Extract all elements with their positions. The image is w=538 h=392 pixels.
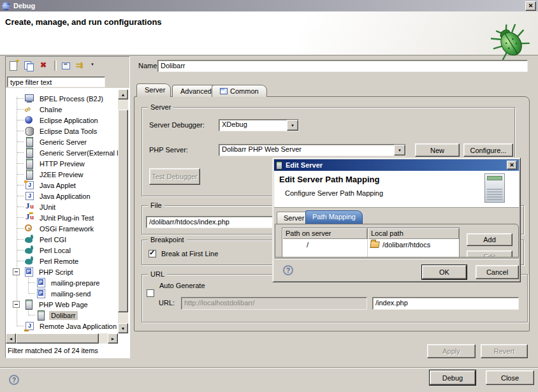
scroll-down-icon[interactable]: ▼	[118, 323, 128, 333]
junit-icon	[24, 202, 35, 212]
ok-button[interactable]: OK	[422, 265, 467, 279]
dialog-button-bar: ? OK Cancel	[274, 258, 519, 282]
php-web-page-icon	[36, 310, 47, 320]
url-base-input: http://localhostdolibarr/	[181, 297, 367, 310]
window-close-button[interactable]: ✕	[525, 1, 536, 11]
filter-status: Filter matched 24 of 24 items	[8, 347, 98, 354]
configure-server-button[interactable]: Configure...	[463, 143, 513, 157]
folder-icon	[370, 242, 379, 248]
database-icon	[24, 126, 35, 136]
php-script-icon	[24, 267, 34, 277]
tree-item-mailing-prepare[interactable]: mailing-prepare	[6, 277, 118, 288]
server-debugger-combo[interactable]: XDebug ▼	[219, 119, 299, 131]
collapse-all-icon[interactable]	[60, 60, 73, 71]
auto-generate-checkbox[interactable]	[147, 289, 154, 297]
dialog-subheading: Configure Server Path Mapping	[285, 189, 383, 197]
collapse-expander-icon[interactable]	[13, 301, 20, 308]
dialog-help-icon[interactable]: ?	[283, 265, 293, 275]
server-icon	[24, 148, 35, 157]
php-script-icon	[36, 289, 47, 298]
dialog-close-button[interactable]: ✕	[507, 161, 517, 170]
scroll-left-icon[interactable]: ◄	[6, 333, 16, 344]
scroll-right-icon[interactable]: ►	[108, 333, 118, 344]
close-button[interactable]: Close	[486, 370, 534, 385]
edit-server-dialog: Edit Server ✕ Edit Server Path Mapping C…	[272, 157, 521, 282]
tree-item-mailing-send[interactable]: mailing-send	[6, 288, 118, 299]
tree-item-generic-server[interactable]: Generic Server	[6, 136, 118, 147]
table-icon	[220, 88, 228, 94]
perl-camel-icon	[24, 245, 35, 255]
java-applet-icon	[24, 180, 35, 190]
tree-item-perl-remote[interactable]: Perl Remote	[6, 256, 118, 266]
url-label: URL:	[159, 299, 175, 307]
osgi-target-icon	[24, 224, 35, 233]
tree-vscroll-thumb[interactable]	[118, 110, 128, 312]
dialog-heading: Edit Server Path Mapping	[279, 175, 379, 184]
column-path-on-server[interactable]: Path on server	[282, 228, 368, 239]
tree-hscroll-thumb[interactable]	[16, 333, 99, 344]
help-icon[interactable]: ?	[9, 375, 19, 385]
break-first-line-label: Break at First Line	[161, 250, 218, 258]
debug-configurations-window: Debug ✕ Create, manage, and run configur…	[0, 0, 538, 392]
new-configuration-icon[interactable]	[8, 60, 20, 71]
tree-item-remote-java-application[interactable]: Remote Java Application	[6, 321, 118, 331]
filter-launch-configurations-icon[interactable]	[75, 60, 88, 71]
tree-item-eclipse-application[interactable]: Eclipse Application	[6, 115, 118, 126]
chevron-down-icon[interactable]: ▼	[394, 145, 405, 156]
tree-item-dolibarr[interactable]: Dolibarr	[6, 310, 118, 321]
delete-configuration-icon[interactable]	[38, 60, 51, 71]
tree-item-junit[interactable]: JUnit	[6, 201, 118, 212]
chevron-down-icon[interactable]: ▼	[287, 120, 298, 131]
perl-camel-icon	[24, 256, 35, 266]
dialog-tab-path-mapping[interactable]: Path Mapping	[305, 210, 363, 224]
tree-item-junit-plugin-test[interactable]: JUnit Plug-in Test	[6, 212, 118, 223]
table-row-empty	[282, 250, 459, 258]
tab-common[interactable]: Common	[212, 85, 267, 97]
php-web-page-icon	[24, 300, 34, 309]
test-debugger-button: Test Debugger	[149, 168, 200, 185]
table-row[interactable]: / /dolibarr/htdocs	[282, 239, 459, 250]
breakpoint-group-legend: Breakpoint	[148, 236, 187, 243]
url-suffix-input[interactable]: /index.php	[372, 297, 519, 310]
new-server-button[interactable]: New	[415, 143, 460, 157]
column-local-path[interactable]: Local path	[368, 228, 459, 239]
edit-mapping-button: Edit	[467, 250, 513, 258]
duplicate-configuration-icon[interactable]	[23, 60, 36, 71]
add-mapping-button[interactable]: Add	[467, 233, 513, 246]
tab-server[interactable]: Server	[136, 83, 171, 97]
eclipse-sphere-icon	[24, 115, 35, 125]
cancel-button[interactable]: Cancel	[476, 265, 519, 279]
toolbar-menu-caret-icon[interactable]	[88, 60, 101, 71]
server-debugger-label: Server Debugger:	[149, 121, 205, 129]
tree-item-generic-server-external[interactable]: Generic Server(External La	[6, 147, 118, 158]
tree-item-perl-cgi[interactable]: Perl CGI	[6, 234, 118, 245]
bug-icon	[491, 24, 530, 61]
footer-separator	[0, 367, 538, 368]
tree-item-http-preview[interactable]: HTTP Preview	[6, 158, 118, 169]
break-first-line-checkbox[interactable]	[149, 250, 156, 258]
tree-item-java-applet[interactable]: Java Applet	[6, 180, 118, 191]
apply-button: Apply	[427, 344, 476, 358]
tree-item-php-web-page[interactable]: PHP Web Page	[6, 299, 118, 310]
revert-button: Revert	[481, 344, 528, 358]
sidebar-toolbar	[8, 60, 101, 71]
tree-item-eclipse-data-tools[interactable]: Eclipse Data Tools	[6, 126, 118, 136]
tree-item-java-application[interactable]: Java Application	[6, 191, 118, 201]
header-text: Create, manage, and run configurations	[5, 17, 162, 27]
tree-item-php-script[interactable]: PHP Script	[6, 266, 118, 277]
name-input[interactable]: Dolibarr	[157, 60, 528, 72]
debug-button[interactable]: Debug	[430, 370, 476, 385]
java-application-icon	[24, 191, 35, 201]
tree-item-osgi-framework[interactable]: OSGi Framework	[6, 223, 118, 234]
tree-item-j2ee-preview[interactable]: J2EE Preview	[6, 169, 118, 180]
php-script-icon	[36, 278, 47, 287]
collapse-expander-icon[interactable]	[13, 268, 20, 275]
tree-item-perl-local[interactable]: Perl Local	[6, 245, 118, 256]
scroll-up-icon[interactable]: ▲	[118, 89, 128, 99]
tree-item-bpel-process[interactable]: BPEL Process (B2J)	[6, 93, 118, 104]
filter-input[interactable]: type filter text	[7, 76, 105, 87]
php-server-combo[interactable]: Dolibarr PHP Web Server ▼	[219, 144, 406, 156]
tree-item-chaine[interactable]: Chaîne	[6, 104, 118, 115]
chain-icon	[24, 105, 35, 114]
window-title: Debug	[13, 2, 35, 10]
